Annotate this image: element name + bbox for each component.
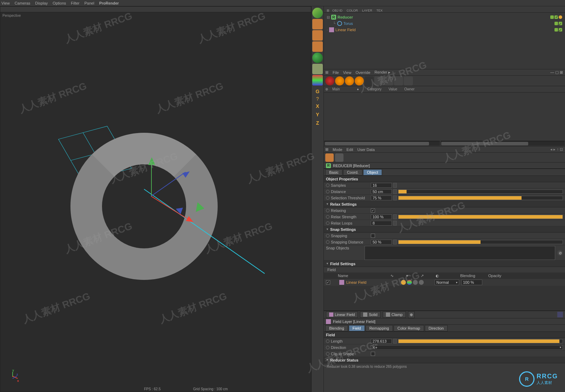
mode-icon-2[interactable] [407, 280, 412, 285]
section-relax[interactable]: Relax Settings [324, 201, 565, 207]
snapdist-slider[interactable] [398, 240, 563, 244]
anim-bullet[interactable] [326, 339, 329, 343]
take-new-icon[interactable] [325, 76, 334, 85]
snapdist-input[interactable]: 50 % [371, 240, 392, 245]
take-btn-9[interactable] [404, 76, 413, 85]
anim-bullet[interactable] [326, 190, 329, 193]
selthresh-slider[interactable] [398, 196, 563, 200]
length-slider[interactable] [398, 339, 563, 343]
attribute-toolbar[interactable] [324, 153, 565, 163]
snapdist-spinner[interactable] [393, 240, 397, 245]
menu-mode[interactable]: Mode [333, 147, 342, 152]
take-scroll-right[interactable] [441, 141, 565, 146]
attribute-menu[interactable]: ⊞ Mode Edit User Data ◂ ▸ ↑ ⊡ [324, 146, 565, 153]
snap-objects-up[interactable] [557, 246, 563, 249]
col-objid[interactable]: OBJ ID [331, 9, 344, 12]
tool-generator[interactable] [312, 41, 323, 52]
menu-file[interactable]: File [333, 70, 339, 75]
snap-objects-dropzone[interactable] [365, 246, 555, 260]
take-btn-8[interactable] [394, 76, 403, 85]
torus-object[interactable] [70, 133, 218, 280]
attribute-tabs[interactable]: Basic Coord. Object [324, 169, 565, 176]
distance-input[interactable]: 50 cm [371, 189, 392, 194]
take-clapper-icon[interactable] [365, 76, 374, 85]
anim-bullet[interactable] [326, 352, 329, 356]
tab-object[interactable]: Object [363, 169, 382, 176]
field-layer-tabs[interactable]: Blending Field Remapping Color Remap Dir… [324, 325, 565, 332]
tool-axis-x[interactable]: X [312, 102, 323, 110]
anim-bullet[interactable] [326, 346, 329, 349]
menu-view[interactable]: View [1, 1, 10, 5]
take-manager-menu[interactable]: ⊞ File View Override Render ▸ — ▢ ⊞ [324, 69, 565, 76]
viewport-canvas[interactable] [0, 21, 311, 385]
selthresh-spinner[interactable] [393, 195, 397, 200]
relaxloops-input[interactable]: 8 [371, 221, 392, 226]
snap-objects-clear[interactable]: ⊘ [557, 250, 563, 256]
menu-display[interactable]: Display [35, 1, 48, 5]
take-manager-toolbar[interactable] [324, 76, 565, 86]
viewport-menubar[interactable] [0, 7, 311, 12]
anim-bullet[interactable] [326, 196, 329, 200]
tool-misc[interactable] [312, 75, 323, 85]
tool-axis-z[interactable]: Z [312, 119, 323, 127]
length-input[interactable]: 278.613 cm [371, 339, 392, 344]
anim-bullet[interactable] [326, 240, 329, 244]
gizmo-y-arrow[interactable] [148, 157, 155, 165]
gizmo-y-axis[interactable] [151, 161, 152, 196]
take-cam-icon[interactable] [355, 76, 364, 85]
samples-input[interactable]: 16 [371, 183, 392, 188]
menu-edit[interactable]: Edit [347, 147, 353, 152]
viewport-top-menubar[interactable]: View Cameras Display Options Filter Pane… [0, 0, 565, 6]
ftab-field[interactable]: Field [349, 325, 365, 331]
col-tex[interactable]: TEX [375, 9, 384, 12]
ftab-color-remap[interactable]: Color Remap [394, 325, 424, 331]
tree-row-reducer[interactable]: ⊟ R Reducer ✓ [327, 14, 562, 20]
attr-icon-2[interactable] [335, 153, 343, 162]
attr-icon-1[interactable] [325, 153, 334, 162]
relaxstrength-slider[interactable] [398, 215, 563, 219]
tab-basic[interactable]: Basic [325, 169, 342, 176]
layerbtn-solid[interactable]: Solid [360, 311, 380, 318]
distance-slider[interactable] [398, 190, 563, 194]
relaxloops-spinner[interactable] [393, 221, 397, 226]
take-auto-icon[interactable] [335, 76, 344, 85]
tool-cube[interactable] [312, 19, 323, 29]
opacity-input[interactable]: 100 % [461, 280, 482, 285]
field-row-linear[interactable]: Linear Field Normal▾ 100 % [324, 279, 565, 286]
col-layer[interactable]: LAYER [361, 9, 374, 12]
menu-filter[interactable]: Filter [71, 1, 79, 5]
clip-to-shape-checkbox[interactable] [371, 352, 375, 356]
ftab-remapping[interactable]: Remapping [366, 325, 393, 331]
layerbtn-add[interactable]: ⊕ [408, 311, 415, 318]
layerbtn-clamp[interactable]: Clamp [383, 311, 406, 318]
selthresh-input[interactable]: 75 % [371, 195, 392, 200]
menu-prorender[interactable]: ProRender [99, 1, 119, 5]
take-btn-6[interactable] [374, 76, 383, 85]
col-color[interactable]: COLOR [345, 9, 359, 12]
menu-render[interactable]: Render ▸ [375, 70, 390, 75]
relaxstrength-spinner[interactable] [393, 214, 397, 219]
blending-dropdown[interactable]: Normal▾ [435, 280, 459, 285]
menu-view[interactable]: View [343, 70, 352, 75]
ftab-blending[interactable]: Blending [325, 325, 348, 331]
direction-dropdown[interactable]: X+▾ [371, 345, 563, 350]
anim-bullet[interactable] [326, 209, 329, 212]
snapping-checkbox[interactable] [371, 234, 375, 238]
mode-icon-4[interactable] [419, 280, 424, 285]
tool-group-g[interactable]: G [312, 86, 323, 97]
length-spinner[interactable] [393, 339, 397, 344]
distance-spinner[interactable] [393, 189, 397, 194]
tool-material-sphere[interactable] [312, 53, 323, 63]
tree-row-linear-field[interactable]: · Linear Field ✓ [327, 27, 562, 33]
field-layer-bar[interactable]: Linear Field Solid Clamp ⊕ [324, 311, 565, 318]
take-lock-icon[interactable] [345, 76, 354, 85]
tool-live-selection[interactable] [312, 8, 323, 18]
menu-options[interactable]: Options [53, 1, 66, 5]
mode-icon-3[interactable] [413, 280, 418, 285]
ftab-direction[interactable]: Direction [425, 325, 448, 331]
tool-axis-y[interactable]: Y [312, 111, 323, 118]
menu-panel[interactable]: Panel [84, 1, 94, 5]
anim-bullet[interactable] [326, 221, 329, 225]
tree-row-torus[interactable]: └ Torus ✓ [327, 20, 562, 27]
layerbar-right-icon[interactable] [557, 312, 563, 317]
